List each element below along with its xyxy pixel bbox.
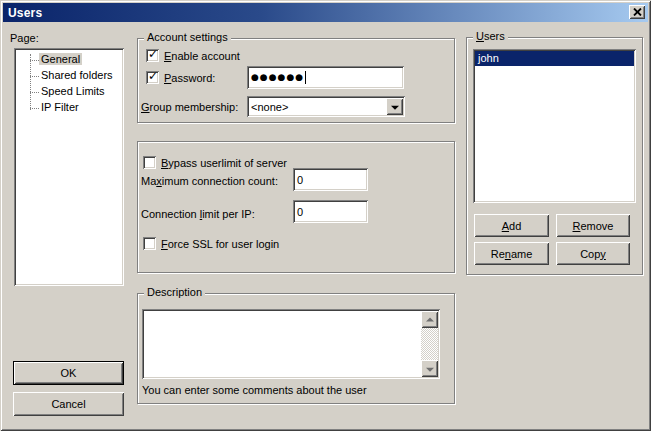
connection-limit-per-ip-label: Connection limit per IP: [141, 208, 255, 221]
titlebar[interactable]: Users [3, 3, 648, 22]
close-button[interactable] [629, 5, 645, 19]
force-ssl-checkbox[interactable] [143, 237, 156, 250]
user-list-item[interactable]: john [475, 51, 634, 66]
max-connection-count-label: Maximum connection count: [141, 175, 278, 188]
group-membership-label: Group membership: [141, 101, 238, 114]
chevron-down-icon [391, 105, 399, 109]
remove-button[interactable]: Remove [556, 214, 630, 237]
ok-button[interactable]: OK [13, 361, 124, 385]
add-button[interactable]: Add [474, 214, 549, 237]
page-listbox[interactable]: General Shared folders Speed Limits IP F… [14, 48, 124, 286]
arrow-up-icon [426, 317, 434, 321]
group-membership-dropdown-button[interactable] [386, 98, 403, 115]
enable-account-checkbox[interactable] [146, 49, 159, 62]
max-connection-count-input[interactable]: 0 [293, 168, 368, 191]
connection-limit-per-ip-input[interactable]: 0 [293, 200, 368, 223]
password-input[interactable]: ●●●●●● [247, 66, 404, 89]
password-label[interactable]: Password: [164, 72, 215, 85]
tree-item-shared-folders[interactable]: Shared folders [16, 68, 122, 84]
users-listbox[interactable]: john [473, 49, 636, 203]
tree-item-ip-filter[interactable]: IP Filter [16, 100, 122, 116]
tree-item-speed-limits[interactable]: Speed Limits [16, 84, 122, 100]
page-tree: General Shared folders Speed Limits IP F… [16, 50, 122, 284]
users-group-title: Users [473, 30, 508, 43]
bypass-userlimit-label[interactable]: Bypass userlimit of server [161, 157, 287, 170]
max-connection-count-value: 0 [297, 174, 303, 186]
window-title: Users [8, 6, 42, 20]
page-label: Page: [10, 32, 39, 45]
description-title: Description [144, 286, 205, 299]
force-ssl-label[interactable]: Force SSL for user login [161, 238, 279, 251]
scroll-down-button[interactable] [421, 360, 438, 377]
rename-button[interactable]: Rename [474, 242, 549, 265]
arrow-down-icon [426, 367, 434, 371]
group-membership-value: <none> [251, 101, 288, 113]
users-list: john [475, 51, 634, 201]
copy-button[interactable]: Copy [556, 242, 630, 265]
description-hint: You can enter some comments about the us… [142, 384, 367, 397]
group-membership-select[interactable]: <none> [247, 96, 405, 117]
enable-account-label[interactable]: Enable account [164, 50, 240, 63]
text-caret [305, 71, 306, 84]
tree-item-general[interactable]: General [16, 52, 122, 68]
close-icon [633, 8, 642, 16]
bypass-userlimit-checkbox[interactable] [143, 156, 156, 169]
cancel-button[interactable]: Cancel [13, 392, 124, 416]
account-settings-title: Account settings [144, 31, 231, 44]
description-textarea[interactable] [142, 309, 440, 379]
connection-limit-per-ip-value: 0 [297, 206, 303, 218]
scroll-up-button[interactable] [421, 311, 438, 328]
user-name: john [478, 52, 499, 64]
password-checkbox[interactable] [146, 71, 159, 84]
description-scrollbar[interactable] [421, 311, 438, 377]
password-masked-value: ●●●●●● [251, 71, 304, 84]
users-dialog: Users Page: General Shared folders Speed… [0, 0, 651, 431]
